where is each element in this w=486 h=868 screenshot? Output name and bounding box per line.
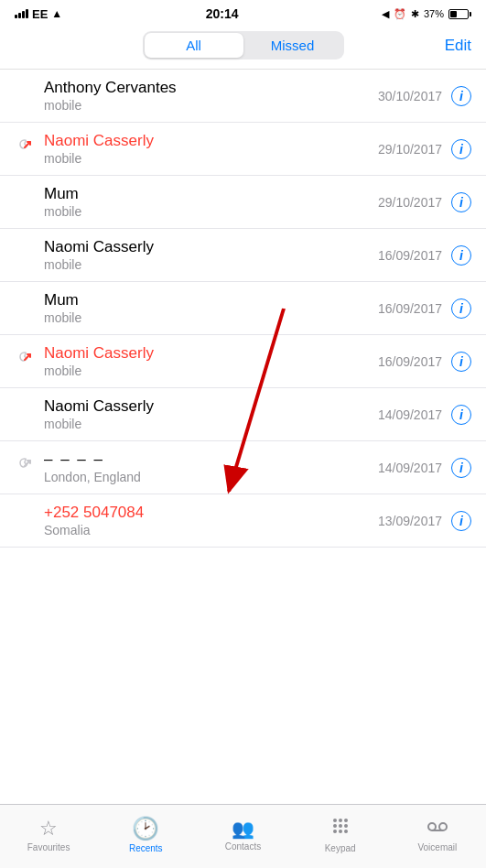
call-type: Somalia [44,523,144,537]
status-left: EE ▲ [15,7,62,21]
call-item-right: 30/10/2017 i [378,86,471,106]
call-item: Naomi Casserly mobile 14/09/2017 i [0,388,486,441]
call-name: Mum [44,185,81,203]
call-type: mobile [44,151,154,166]
call-type: mobile [44,417,154,431]
call-name: Anthony Cervantes [44,79,177,97]
call-info: Mum mobile [44,185,81,219]
favourites-icon: ☆ [39,817,58,841]
call-item-right: 14/09/2017 i [378,405,471,425]
location-icon: ◀ [382,8,389,20]
svg-point-11 [333,830,337,833]
edit-button[interactable]: Edit [435,37,471,55]
tab-label-favourites: Favourites [27,842,70,852]
status-right: ◀ ⏰ ✱ 37% [382,8,471,20]
tab-item-favourites[interactable]: ☆ Favourites [12,817,85,852]
call-info: Naomi Casserly mobile [44,397,154,431]
call-info: Mum mobile [44,291,81,325]
tab-label-voicemail: Voicemail [417,842,457,852]
call-list-container: Anthony Cervantes mobile 30/10/2017 i [0,70,486,548]
call-type: mobile [44,98,177,113]
svg-point-14 [428,823,436,830]
tab-item-recents[interactable]: 🕑 Recents [109,816,182,853]
svg-point-6 [339,819,342,822]
tab-label-recents: Recents [129,843,163,853]
call-date: 29/10/2017 [378,142,442,157]
page-wrapper: EE ▲ 20:14 ◀ ⏰ ✱ 37% All Missed Edit [0,0,486,868]
info-button[interactable]: i [451,458,471,478]
call-type: mobile [44,363,154,378]
call-item: Naomi Casserly mobile 29/10/2017 i [0,123,486,176]
call-item-left: Anthony Cervantes mobile [15,79,378,113]
call-item-right: 16/09/2017 i [378,352,471,372]
call-list: Anthony Cervantes mobile 30/10/2017 i [0,70,486,548]
voicemail-icon [427,817,448,841]
info-button[interactable]: i [451,86,471,106]
info-button[interactable]: i [451,139,471,159]
alarm-icon: ⏰ [394,8,406,20]
info-button[interactable]: i [451,352,471,372]
call-item: Mum mobile 29/10/2017 i [0,176,486,229]
svg-point-7 [344,819,348,822]
svg-point-10 [344,824,348,828]
tab-all[interactable]: All [145,33,243,58]
svg-point-9 [339,824,342,828]
call-info: Naomi Casserly mobile [44,132,154,166]
call-info: Naomi Casserly mobile [44,344,154,378]
call-date: 16/09/2017 [378,301,442,316]
tab-bar: ☆ Favourites 🕑 Recents 👥 Contacts [0,804,486,868]
call-type: London, England [44,470,141,484]
svg-point-8 [333,824,337,828]
battery-icon [448,9,471,19]
missed-call-icon [15,138,37,159]
call-date: 29/10/2017 [378,195,442,210]
missed-call-icon [15,351,37,372]
call-info: Anthony Cervantes mobile [44,79,177,113]
svg-point-12 [339,830,342,833]
call-name: – – – – [44,450,141,469]
call-item: Naomi Casserly mobile 16/09/2017 i [0,335,486,388]
call-name: Mum [44,291,81,309]
nav-bar: All Missed Edit [0,26,486,70]
call-item-left: Naomi Casserly mobile [15,238,378,272]
signal-bars [15,9,28,18]
call-item-left: Naomi Casserly mobile [15,344,378,378]
info-button[interactable]: i [451,511,471,531]
call-item-left: Mum mobile [15,185,378,219]
bluetooth-icon: ✱ [411,8,419,20]
call-name: Naomi Casserly [44,132,154,150]
call-date: 16/09/2017 [378,354,442,369]
call-date: 14/09/2017 [378,461,442,475]
tab-label-contacts: Contacts [225,841,261,852]
call-type: mobile [44,204,81,219]
svg-point-13 [344,830,348,833]
call-name: +252 5047084 [44,504,144,522]
call-item-right: 13/09/2017 i [378,511,471,531]
info-button[interactable]: i [451,298,471,319]
tab-item-contacts[interactable]: 👥 Contacts [206,818,279,852]
call-name: Naomi Casserly [44,344,154,363]
call-item-left: Mum mobile [15,291,378,325]
call-item: Mum mobile 16/09/2017 i [0,282,486,335]
call-item-right: 16/09/2017 i [378,245,471,266]
call-item: Naomi Casserly mobile 16/09/2017 i [0,229,486,282]
info-button[interactable]: i [451,192,471,212]
call-info: Naomi Casserly mobile [44,238,154,272]
tab-label-keypad: Keypad [325,843,356,853]
info-button[interactable]: i [451,245,471,266]
call-date: 30/10/2017 [378,89,442,103]
tab-missed[interactable]: Missed [243,33,342,58]
contacts-icon: 👥 [232,818,254,840]
call-name: Naomi Casserly [44,238,154,256]
tab-item-voicemail[interactable]: Voicemail [401,817,474,852]
status-bar: EE ▲ 20:14 ◀ ⏰ ✱ 37% [0,0,486,26]
battery-percent: 37% [424,8,444,19]
call-item-left: +252 5047084 Somalia [15,504,378,537]
segment-control: All Missed [143,31,344,60]
call-item-left: Naomi Casserly mobile [15,132,378,166]
call-item-right: 14/09/2017 i [378,458,471,478]
tab-item-keypad[interactable]: Keypad [304,816,377,853]
svg-point-5 [333,819,337,822]
info-button[interactable]: i [451,405,471,425]
call-item: Anthony Cervantes mobile 30/10/2017 i [0,70,486,123]
